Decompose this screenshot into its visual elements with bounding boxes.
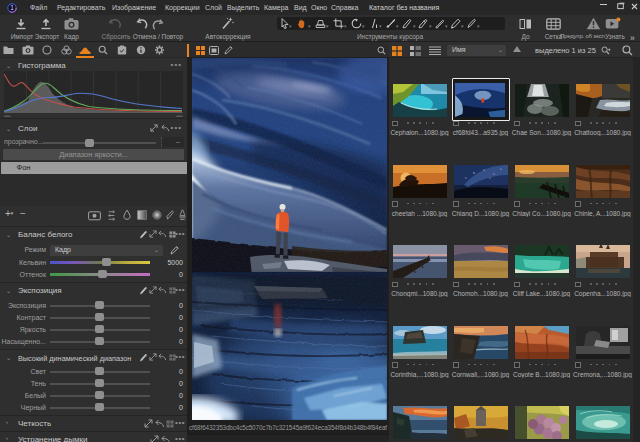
svg-text:1: 1 [10,4,14,11]
